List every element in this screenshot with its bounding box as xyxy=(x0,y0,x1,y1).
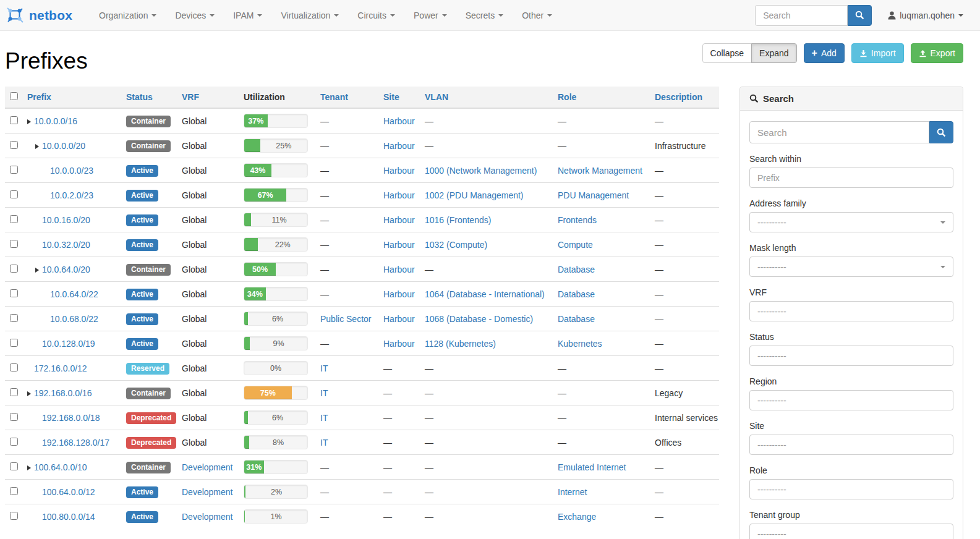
add-button[interactable]: + Add xyxy=(804,43,845,63)
vlan-link[interactable]: 1128 (Kubernetes) xyxy=(425,339,496,349)
role-link[interactable]: Database xyxy=(558,314,595,324)
site-link[interactable]: Harbour xyxy=(383,339,415,349)
vrf-link[interactable]: Development xyxy=(182,512,233,522)
row-checkbox[interactable] xyxy=(10,116,18,124)
region-select[interactable]: ---------- xyxy=(749,390,953,410)
row-checkbox[interactable] xyxy=(10,512,18,520)
role-link[interactable]: Network Management xyxy=(558,166,642,176)
site-link[interactable]: Harbour xyxy=(383,265,415,274)
tenant-link[interactable]: IT xyxy=(320,413,328,423)
role-link[interactable]: Database xyxy=(558,265,595,274)
prefix-link[interactable]: 10.0.0.0/23 xyxy=(50,166,93,176)
expand-caret-icon[interactable] xyxy=(35,268,39,273)
nav-item-other[interactable]: Other xyxy=(513,0,561,31)
prefix-link[interactable]: 100.80.0.0/14 xyxy=(42,512,95,522)
prefix-link[interactable]: 192.168.0.0/18 xyxy=(42,413,100,423)
vlan-link[interactable]: 1016 (Frontends) xyxy=(425,215,491,225)
tenant-link[interactable]: IT xyxy=(320,363,328,373)
vrf-link[interactable]: Development xyxy=(182,487,233,497)
prefix-link[interactable]: 10.0.16.0/20 xyxy=(42,215,90,225)
nav-item-virtualization[interactable]: Virtualization xyxy=(271,0,348,31)
vlan-link[interactable]: 1032 (Compute) xyxy=(425,240,487,250)
netbox-logo[interactable]: netbox xyxy=(6,7,72,24)
prefix-link[interactable]: 192.168.0.0/16 xyxy=(34,388,92,398)
site-link[interactable]: Harbour xyxy=(383,314,415,324)
row-checkbox[interactable] xyxy=(10,363,18,371)
collapse-button[interactable]: Collapse xyxy=(702,43,752,63)
status-select[interactable]: ---------- xyxy=(749,346,953,366)
role-link[interactable]: Internet xyxy=(558,487,587,497)
row-checkbox[interactable] xyxy=(10,388,18,396)
vlan-link[interactable]: 1000 (Network Management) xyxy=(425,166,537,176)
expand-caret-icon[interactable] xyxy=(27,391,31,396)
nav-item-circuits[interactable]: Circuits xyxy=(348,0,404,31)
column-header-prefix[interactable]: Prefix xyxy=(22,87,121,108)
row-checkbox[interactable] xyxy=(10,438,18,446)
row-checkbox[interactable] xyxy=(10,314,18,322)
nav-item-organization[interactable]: Organization xyxy=(90,0,166,31)
address-family-select[interactable]: ---------- xyxy=(749,212,953,232)
role-link[interactable]: PDU Management xyxy=(558,190,629,200)
prefix-link[interactable]: 10.0.32.0/20 xyxy=(42,240,90,250)
prefix-link[interactable]: 192.168.128.0/17 xyxy=(42,438,109,448)
sidebar-search-input[interactable] xyxy=(749,121,929,143)
site-link[interactable]: Harbour xyxy=(383,141,415,151)
column-header-status[interactable]: Status xyxy=(121,87,177,108)
column-header-tenant[interactable]: Tenant xyxy=(315,87,378,108)
nav-item-ipam[interactable]: IPAM xyxy=(224,0,271,31)
prefix-link[interactable]: 10.0.0.0/20 xyxy=(42,141,85,151)
export-button[interactable]: Export xyxy=(911,43,963,63)
site-link[interactable]: Harbour xyxy=(383,289,415,299)
mask-length-select[interactable]: ---------- xyxy=(749,257,953,277)
site-link[interactable]: Harbour xyxy=(383,190,415,200)
prefix-link[interactable]: 10.0.2.0/23 xyxy=(50,190,93,200)
prefix-link[interactable]: 10.0.64.0/20 xyxy=(42,265,90,274)
prefix-link[interactable]: 10.0.68.0/22 xyxy=(50,314,98,324)
column-header-description[interactable]: Description xyxy=(650,87,719,108)
column-header-role[interactable]: Role xyxy=(553,87,650,108)
search-within-input[interactable] xyxy=(757,173,945,183)
nav-item-power[interactable]: Power xyxy=(404,0,456,31)
role-link[interactable]: Compute xyxy=(558,240,593,250)
row-checkbox[interactable] xyxy=(10,339,18,347)
role-link[interactable]: Frontends xyxy=(558,215,597,225)
tenant-link[interactable]: Public Sector xyxy=(320,314,371,324)
role-link[interactable]: Emulated Internet xyxy=(558,462,626,472)
role-link[interactable]: Database xyxy=(558,289,595,299)
import-button[interactable]: Import xyxy=(851,43,904,63)
role-link[interactable]: Exchange xyxy=(558,512,596,522)
column-header-vrf[interactable]: VRF xyxy=(177,87,239,108)
vlan-link[interactable]: 1064 (Database - International) xyxy=(425,289,545,299)
prefix-link[interactable]: 172.16.0.0/12 xyxy=(34,363,87,373)
expand-button[interactable]: Expand xyxy=(751,43,796,63)
tenant-link[interactable]: IT xyxy=(320,388,328,398)
nav-item-secrets[interactable]: Secrets xyxy=(456,0,513,31)
row-checkbox[interactable] xyxy=(10,289,18,297)
tenant-group-select[interactable]: ---------- xyxy=(749,524,953,539)
prefix-link[interactable]: 10.0.0.0/16 xyxy=(34,116,77,126)
navbar-search-button[interactable] xyxy=(848,5,872,26)
expand-caret-icon[interactable] xyxy=(27,119,31,124)
site-link[interactable]: Harbour xyxy=(383,166,415,176)
sidebar-search-button[interactable] xyxy=(929,121,953,143)
row-checkbox[interactable] xyxy=(10,166,18,174)
row-checkbox[interactable] xyxy=(10,413,18,421)
navbar-search-input[interactable] xyxy=(755,5,848,26)
column-header-vlan[interactable]: VLAN xyxy=(420,87,553,108)
expand-caret-icon[interactable] xyxy=(35,144,39,149)
prefix-link[interactable]: 10.0.128.0/19 xyxy=(42,339,95,349)
vlan-link[interactable]: 1002 (PDU Management) xyxy=(425,190,524,200)
row-checkbox[interactable] xyxy=(10,462,18,470)
row-checkbox[interactable] xyxy=(10,240,18,248)
vlan-link[interactable]: 1068 (Database - Domestic) xyxy=(425,314,533,324)
expand-caret-icon[interactable] xyxy=(27,465,31,470)
row-checkbox[interactable] xyxy=(10,215,18,223)
row-checkbox[interactable] xyxy=(10,487,18,495)
prefix-link[interactable]: 100.64.0.0/12 xyxy=(42,487,95,497)
vrf-select[interactable]: ---------- xyxy=(749,301,953,321)
tenant-link[interactable]: IT xyxy=(320,438,328,448)
site-select[interactable]: ---------- xyxy=(749,435,953,455)
row-checkbox[interactable] xyxy=(10,190,18,198)
role-select[interactable]: ---------- xyxy=(749,479,953,499)
select-all-checkbox[interactable] xyxy=(10,92,18,100)
